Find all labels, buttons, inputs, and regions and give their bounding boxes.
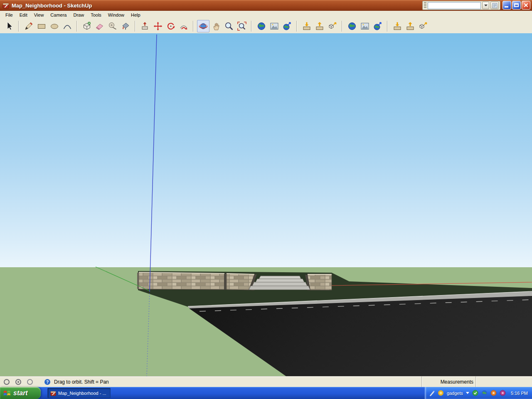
titlebar[interactable]: Map_Neighborhood - SketchUp [0,0,532,11]
restore-icon [514,3,519,7]
sketchup-task-icon [50,390,56,396]
rotate-icon [166,21,176,31]
toolbar-separator [251,21,252,32]
place-model-button-2[interactable] [372,20,384,32]
toolbar-separator [135,21,135,32]
menu-camera[interactable]: Camera [47,11,70,19]
download-arrow-icon [302,21,312,31]
orbit-icon [198,21,208,31]
search-go-button[interactable] [490,2,499,9]
place-model-button[interactable] [281,20,293,32]
measurements-value-box[interactable] [476,377,532,387]
toggle-terrain-button[interactable] [268,20,281,32]
tape-measure-button[interactable] [106,20,119,32]
menu-help[interactable]: Help [128,11,144,19]
menu-view[interactable]: View [31,11,47,19]
terrain-icon [360,21,370,31]
chevron-down-icon [484,5,488,6]
status-circle-icon-3[interactable] [27,379,33,385]
globe-arrow-icon [373,21,383,31]
svg-text:?: ? [46,379,49,384]
restore-button[interactable] [512,1,521,10]
titlebar-search-toolbar [422,1,500,10]
help-icon[interactable]: ? [44,379,51,385]
toolbar-separator [296,21,297,32]
offset-icon [179,21,189,31]
menu-edit[interactable]: Edit [16,11,31,19]
pan-hand-icon [211,21,221,31]
share-component-button[interactable] [326,20,339,32]
upload-arrow-icon [315,21,325,31]
gadgets-label: gadgets [447,391,463,396]
line-tool-button[interactable] [22,20,35,32]
move-tool-button[interactable] [152,20,164,32]
pan-tool-button[interactable] [210,20,222,32]
3d-viewport[interactable] [0,33,532,376]
taskbar-item-sketchup[interactable]: Map_Neighborhood - ... [47,388,111,398]
menu-file[interactable]: File [2,11,16,19]
tray-icon-1[interactable] [472,390,478,396]
upload-arrow-icon [405,21,415,31]
arc-icon [62,21,72,31]
window-title: Map_Neighborhood - SketchUp [12,2,92,9]
circle-tool-button[interactable] [48,20,61,32]
zoom-tool-button[interactable] [223,20,235,32]
zoom-extents-button[interactable] [236,20,248,32]
toggle-terrain-button-2[interactable] [359,20,371,32]
component-box-icon [82,21,92,31]
taskbar-clock[interactable]: 5:16 PM [511,391,528,396]
select-tool-button[interactable] [3,20,15,32]
measurements-area: Measurements [421,377,532,387]
minimize-button[interactable] [502,1,511,10]
arc-tool-button[interactable] [61,20,74,32]
tray-chevron-down-icon[interactable] [466,392,469,394]
search-go-icon [492,3,498,8]
system-tray: gadgets 5:16 PM [425,387,532,399]
terrain-icon [269,21,279,31]
menubar: File Edit View Camera Draw Tools Window … [0,11,532,19]
tape-measure-icon [108,21,118,31]
pencil-icon [24,21,34,31]
menu-draw[interactable]: Draw [70,11,87,19]
eraser-tool-button[interactable] [94,20,106,32]
offset-tool-button[interactable] [177,20,190,32]
step-4 [249,286,310,290]
measurements-label: Measurements [422,379,475,385]
share-component-button-2[interactable] [417,20,429,32]
paint-bucket-icon [121,21,131,31]
push-pull-button[interactable] [139,20,151,32]
search-dropdown-button[interactable] [482,2,489,9]
share-model-button-2[interactable] [404,20,416,32]
start-button[interactable]: start [0,387,41,399]
stylus-icon[interactable] [429,390,435,397]
gadgets-icon[interactable] [438,390,444,396]
close-button[interactable] [522,1,530,10]
share-model-button[interactable] [313,20,326,32]
status-circle-icon-2[interactable] [15,379,22,385]
toolbar-grip-icon[interactable] [424,2,426,9]
step-1 [259,276,301,279]
tray-icon-2[interactable] [481,390,488,396]
rectangle-tool-button[interactable] [35,20,48,32]
get-models-button-2[interactable] [391,20,404,32]
make-component-button[interactable] [81,20,93,32]
rotate-tool-button[interactable] [165,20,177,32]
menu-tools[interactable]: Tools [87,11,105,19]
get-current-view-button-2[interactable] [346,20,358,32]
tray-icon-4[interactable] [500,390,506,396]
orbit-tool-button[interactable] [197,20,209,32]
globe-icon [347,21,357,31]
start-label: start [13,389,28,397]
get-current-view-button[interactable] [255,20,268,32]
status-circle-icon-1[interactable] [3,379,10,385]
globe-icon [256,21,266,31]
paint-bucket-button[interactable] [119,20,132,32]
get-models-button[interactable] [300,20,313,32]
taskbar-item-label: Map_Neighborhood - ... [58,391,106,396]
wall-left-section [139,272,224,290]
wall-right-section [308,274,332,290]
menu-window[interactable]: Window [105,11,128,19]
titlebar-search-input[interactable] [428,2,481,9]
toolbar-separator [342,21,342,32]
tray-icon-3[interactable] [490,390,497,396]
